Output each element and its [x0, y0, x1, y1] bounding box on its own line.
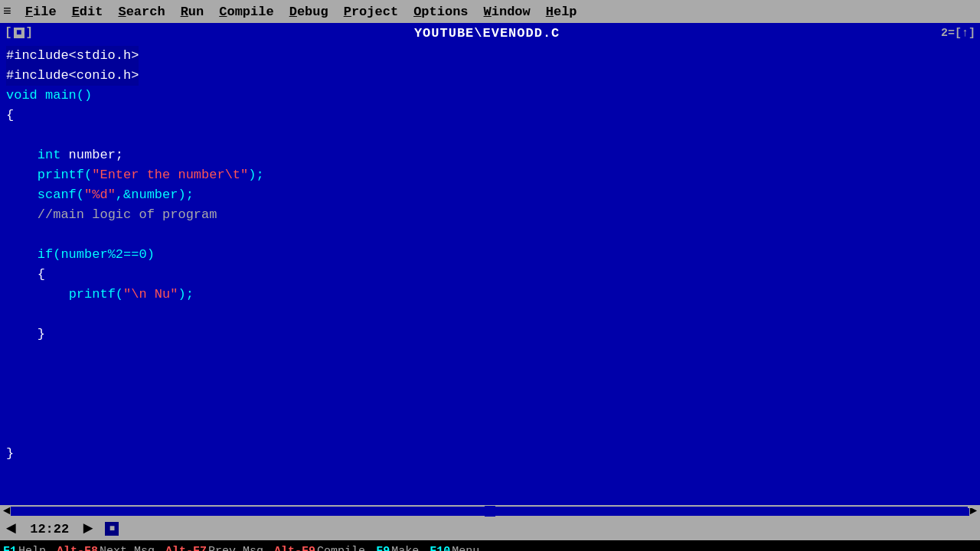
code-brace-open: { [6, 106, 14, 126]
title-bar: [ ■ ] YOUTUBE\EVENODD.C 2=[↑] [0, 23, 980, 43]
menu-bar: ≡ File Edit Search Run Compile Debug Pro… [0, 0, 980, 23]
hscroll-left-arrow[interactable]: ◄ [3, 504, 11, 518]
code-str-1: "Enter the number\t" [92, 165, 248, 185]
status-time: 12:22 [30, 522, 69, 536]
hscrollbar[interactable]: ◄ ► [0, 505, 980, 517]
fkey-altf9-label: Compile [317, 545, 365, 552]
code-line-19 [6, 404, 974, 424]
code-indent-7 [6, 285, 69, 305]
code-indent-1 [6, 145, 38, 165]
code-comment: //main logic of program [38, 205, 217, 225]
code-void: void main() [6, 86, 92, 106]
code-indent-5 [6, 245, 38, 265]
code-line-17 [6, 364, 974, 384]
code-brace-if-close: } [38, 324, 45, 344]
title-square[interactable]: ■ [14, 28, 24, 38]
hscroll-thumb [485, 506, 495, 517]
include-2: #include<conio.h> [6, 66, 139, 86]
code-scanf-end: ,&number); [116, 185, 194, 205]
fkey-altf8[interactable]: Alt-F8 [57, 545, 98, 552]
menu-debug[interactable]: Debug [282, 3, 336, 21]
fkey-altf9[interactable]: Alt-F9 [274, 545, 315, 552]
code-line-1: #include<stdio.h> [6, 46, 974, 66]
code-line-14 [6, 305, 974, 324]
menu-edit[interactable]: Edit [64, 3, 111, 21]
status-bar: ◄ 12:22 ► ■ [0, 517, 980, 540]
code-brace-main-close: } [6, 444, 14, 464]
code-line-8: scanf("%d",&number); [6, 185, 974, 205]
fkey-f9[interactable]: F9 [376, 545, 390, 552]
title-filename: YOUTUBE\EVENODD.C [33, 26, 941, 41]
fkey-bar: F1 Help Alt-F8 Next Msg Alt-F7 Prev Msg … [0, 540, 980, 551]
title-bracket-right: ] [26, 26, 34, 40]
code-line-3: void main() [6, 86, 974, 106]
code-line-6: int number; [6, 145, 974, 165]
fkey-f1-label: Help [18, 545, 46, 552]
status-left-arrow[interactable]: ◄ [6, 520, 16, 539]
code-int-keyword: int [38, 145, 61, 165]
menu-compile[interactable]: Compile [211, 3, 281, 21]
fkey-f10[interactable]: F10 [430, 545, 450, 552]
code-str-3: "\n Nu" [123, 285, 178, 305]
fkey-f1[interactable]: F1 [3, 545, 17, 552]
code-line-11: if(number%2==0) [6, 245, 974, 265]
title-right: 2=[↑] [941, 27, 975, 40]
code-scanf: scanf( [38, 185, 84, 205]
code-line-21: } [6, 444, 974, 464]
fkey-f10-label: Menu [452, 545, 479, 552]
menu-project[interactable]: Project [336, 3, 406, 21]
fkey-altf7-label: Prev Msg [208, 545, 263, 552]
code-line-7: printf("Enter the number\t"); [6, 165, 974, 185]
code-area[interactable]: #include<stdio.h> #include<conio.h> void… [0, 43, 980, 505]
code-printf-2: printf( [69, 285, 123, 305]
code-indent-8 [6, 324, 38, 344]
menu-search[interactable]: Search [110, 3, 172, 21]
status-right-arrow[interactable]: ► [83, 520, 93, 539]
code-number-var: number; [60, 145, 123, 165]
code-indent-6 [6, 265, 38, 285]
code-printf-2-end: ); [178, 285, 193, 305]
code-indent-2 [6, 165, 38, 185]
menu-help[interactable]: Help [538, 3, 585, 21]
code-indent-4 [6, 205, 38, 225]
code-line-9: //main logic of program [6, 205, 974, 225]
code-line-20 [6, 424, 974, 444]
code-line-15: } [6, 324, 974, 344]
code-indent-3 [6, 185, 38, 205]
hamburger-icon[interactable]: ≡ [3, 4, 11, 19]
code-line-18 [6, 384, 974, 404]
code-if: if(number%2==0) [38, 245, 155, 265]
code-brace-if: { [38, 265, 45, 285]
title-bracket-left: [ [5, 26, 12, 40]
menu-options[interactable]: Options [406, 3, 475, 21]
menu-window[interactable]: Window [476, 3, 538, 21]
code-line-16 [6, 344, 974, 364]
fkey-altf7[interactable]: Alt-F7 [165, 545, 207, 552]
code-line-13: printf("\n Nu"); [6, 285, 974, 305]
fkey-altf8-label: Next Msg [100, 545, 155, 552]
status-small-sq[interactable]: ■ [105, 522, 119, 536]
menu-run[interactable]: Run [173, 3, 212, 21]
code-printf-1: printf( [38, 165, 92, 185]
code-line-10 [6, 225, 974, 245]
code-printf-1-end: ); [248, 165, 263, 185]
code-line-5 [6, 126, 974, 145]
code-line-4: { [6, 106, 974, 126]
fkey-f9-label: Make [391, 545, 419, 552]
include-1: #include<stdio.h> [6, 46, 139, 66]
menu-file[interactable]: File [18, 3, 64, 21]
title-line-col: 2=[↑] [941, 27, 975, 40]
code-line-12: { [6, 265, 974, 285]
code-line-2: #include<conio.h> [6, 66, 974, 86]
title-left: [ ■ ] [5, 26, 33, 40]
code-str-2: "%d" [84, 185, 116, 205]
